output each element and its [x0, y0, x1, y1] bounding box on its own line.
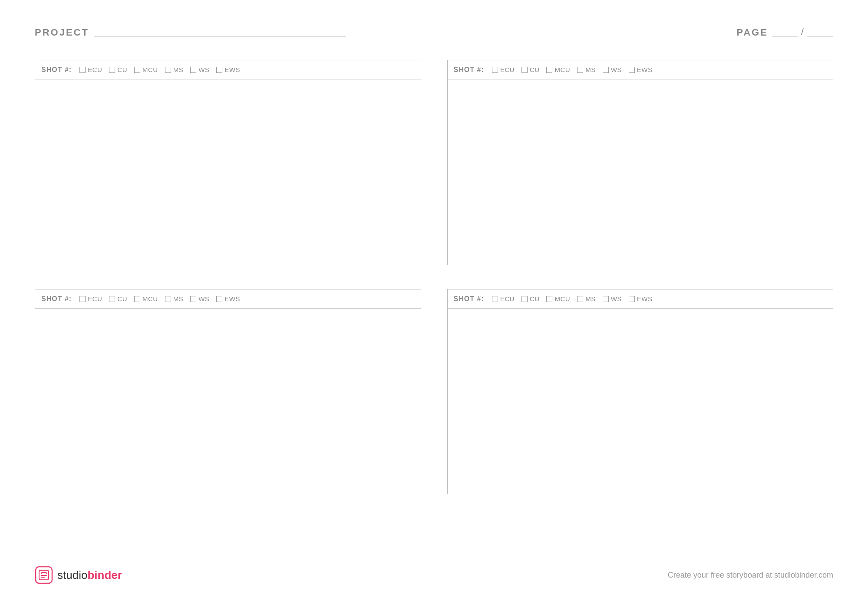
shot-option-cu-3: CU [109, 295, 127, 302]
shot-option-mcu-4: MCU [546, 295, 570, 302]
shot-checkbox-cu-2[interactable] [521, 67, 528, 73]
shot-checkbox-ecu-2[interactable] [492, 67, 498, 73]
shot-options-2: ECU CU MCU MS [492, 66, 653, 73]
shot-option-ews-1: EWS [216, 66, 240, 73]
shot-option-ecu-3: ECU [79, 295, 102, 302]
shot-checkbox-ms-1[interactable] [165, 67, 171, 73]
shot-option-ms-2: MS [577, 66, 596, 73]
shot-checkbox-ews-1[interactable] [216, 67, 222, 73]
shot-option-label-cu-4: CU [530, 295, 540, 302]
shot-checkbox-ews-2[interactable] [629, 67, 635, 73]
shot-number-label-2: SHOT #: [454, 66, 484, 74]
shot-option-cu-2: CU [521, 66, 540, 73]
shot-header-3: SHOT #: ECU CU MCU [35, 289, 421, 309]
shot-option-ews-3: EWS [216, 295, 240, 302]
page-label: PAGE [736, 27, 768, 38]
shot-number-label-4: SHOT #: [454, 295, 484, 303]
shot-checkbox-mcu-2[interactable] [546, 67, 552, 73]
shot-option-ecu-1: ECU [79, 66, 102, 73]
shot-option-ms-4: MS [577, 295, 596, 302]
project-line [94, 36, 346, 36]
shot-option-label-mcu-2: MCU [554, 66, 570, 73]
shot-card-1: SHOT #: ECU CU MCU [35, 60, 421, 265]
shot-checkbox-ecu-4[interactable] [492, 296, 498, 302]
shot-option-ws-1: WS [190, 66, 209, 73]
studiobinder-logo-icon [35, 566, 53, 584]
logo-studio: studio [57, 569, 87, 582]
shot-option-ms-3: MS [165, 295, 184, 302]
shot-options-3: ECU CU MCU MS [79, 295, 240, 302]
shot-option-label-ews-4: EWS [637, 295, 653, 302]
shot-content-4 [448, 309, 833, 494]
shot-option-cu-4: CU [521, 295, 540, 302]
shot-option-ews-2: EWS [629, 66, 653, 73]
shot-option-label-ms-3: MS [173, 295, 184, 302]
shot-option-mcu-3: MCU [134, 295, 158, 302]
logo-area: studiobinder [35, 566, 122, 584]
shot-option-label-ecu-4: ECU [500, 295, 515, 302]
shot-option-ws-3: WS [190, 295, 209, 302]
shot-checkbox-ms-3[interactable] [165, 296, 171, 302]
shot-number-label-3: SHOT #: [41, 295, 72, 303]
logo-text: studiobinder [57, 569, 122, 582]
shot-option-label-cu-3: CU [117, 295, 127, 302]
shot-option-label-mcu-4: MCU [554, 295, 570, 302]
shot-checkbox-ms-2[interactable] [577, 67, 583, 73]
shot-checkbox-cu-1[interactable] [109, 67, 115, 73]
shot-checkbox-mcu-3[interactable] [134, 296, 140, 302]
header: PROJECT PAGE / [35, 26, 833, 38]
shot-option-ews-4: EWS [629, 295, 653, 302]
shot-option-label-ws-3: WS [198, 295, 209, 302]
project-label-area: PROJECT [35, 27, 346, 38]
shot-option-ecu-2: ECU [492, 66, 515, 73]
shot-checkbox-mcu-1[interactable] [134, 67, 140, 73]
shot-option-label-ews-1: EWS [224, 66, 240, 73]
shot-header-4: SHOT #: ECU CU MCU [448, 289, 833, 309]
shot-option-label-ews-3: EWS [224, 295, 240, 302]
storyboard-grid: SHOT #: ECU CU MCU [35, 60, 833, 494]
shot-option-label-cu-2: CU [530, 66, 540, 73]
shot-option-label-ms-1: MS [173, 66, 184, 73]
shot-option-label-cu-1: CU [117, 66, 127, 73]
shot-option-cu-1: CU [109, 66, 127, 73]
shot-checkbox-ms-4[interactable] [577, 296, 583, 302]
shot-checkbox-mcu-4[interactable] [546, 296, 552, 302]
shot-option-label-ws-2: WS [611, 66, 622, 73]
shot-checkbox-ws-4[interactable] [603, 296, 609, 302]
page-number-line-1 [772, 36, 798, 36]
shot-number-label-1: SHOT #: [41, 66, 72, 74]
page-number-line-2 [807, 36, 833, 36]
shot-option-mcu-1: MCU [134, 66, 158, 73]
shot-option-ecu-4: ECU [492, 295, 515, 302]
shot-checkbox-ecu-1[interactable] [79, 67, 86, 73]
shot-checkbox-ws-3[interactable] [190, 296, 196, 302]
shot-card-3: SHOT #: ECU CU MCU [35, 289, 421, 494]
shot-header-2: SHOT #: ECU CU MCU [448, 60, 833, 79]
shot-option-label-ews-2: EWS [637, 66, 653, 73]
shot-option-label-ecu-2: ECU [500, 66, 515, 73]
page-slash: / [801, 26, 804, 37]
shot-option-label-ms-2: MS [585, 66, 596, 73]
shot-card-2: SHOT #: ECU CU MCU [447, 60, 834, 265]
shot-option-label-ws-4: WS [611, 295, 622, 302]
shot-options-4: ECU CU MCU MS [492, 295, 653, 302]
shot-checkbox-ws-2[interactable] [603, 67, 609, 73]
logo-binder: binder [87, 569, 122, 582]
shot-card-4: SHOT #: ECU CU MCU [447, 289, 834, 494]
page-label-area: PAGE / [736, 26, 833, 38]
shot-checkbox-cu-4[interactable] [521, 296, 528, 302]
shot-checkbox-ews-3[interactable] [216, 296, 222, 302]
shot-checkbox-cu-3[interactable] [109, 296, 115, 302]
shot-checkbox-ws-1[interactable] [190, 67, 196, 73]
shot-option-ws-4: WS [603, 295, 622, 302]
shot-checkbox-ews-4[interactable] [629, 296, 635, 302]
shot-content-2 [448, 79, 833, 265]
shot-checkbox-ecu-3[interactable] [79, 296, 86, 302]
page: PROJECT PAGE / SHOT #: ECU [0, 0, 868, 608]
shot-content-3 [35, 309, 421, 494]
shot-option-label-ecu-1: ECU [88, 66, 102, 73]
shot-option-mcu-2: MCU [546, 66, 570, 73]
shot-content-1 [35, 79, 421, 265]
shot-option-label-mcu-1: MCU [142, 66, 158, 73]
shot-option-ms-1: MS [165, 66, 184, 73]
